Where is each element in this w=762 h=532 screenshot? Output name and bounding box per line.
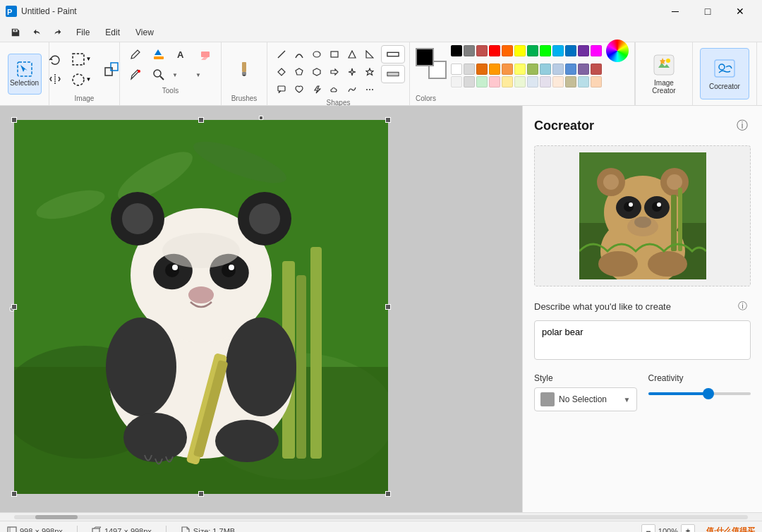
fg-color-box[interactable] xyxy=(416,48,434,66)
color-green[interactable] xyxy=(540,45,551,56)
zoom-out-button[interactable]: − xyxy=(641,524,655,533)
style-dropdown[interactable]: No Selection ▼ xyxy=(534,387,637,411)
fill-picker[interactable] xyxy=(381,65,405,83)
curve-tool[interactable] xyxy=(289,45,309,64)
describe-info-button[interactable]: ⓘ xyxy=(734,298,751,315)
scrollbar-thumb[interactable] xyxy=(35,515,78,519)
select-dropdown-button[interactable]: ▼ xyxy=(68,49,96,69)
color-lightblue[interactable] xyxy=(552,45,564,56)
color-steelblue[interactable] xyxy=(565,64,576,75)
color-tan[interactable] xyxy=(565,76,576,87)
hex-tool[interactable] xyxy=(307,63,327,81)
fill-dropdown[interactable]: ▼ xyxy=(171,66,179,84)
callout-tool[interactable] xyxy=(272,80,291,99)
color-blue[interactable] xyxy=(565,45,576,56)
menu-view[interactable]: View xyxy=(128,25,161,40)
minimize-button[interactable]: ─ xyxy=(659,0,691,23)
color-paleblue[interactable] xyxy=(552,64,564,75)
menu-edit[interactable]: Edit xyxy=(98,25,127,40)
image-select-button[interactable]: ▼ xyxy=(68,70,96,90)
color-burnt[interactable] xyxy=(476,64,488,75)
color-magenta[interactable] xyxy=(591,45,602,56)
rotate-button[interactable] xyxy=(44,51,66,69)
line-tool[interactable] xyxy=(272,45,291,64)
resize-handle-topleft[interactable] xyxy=(11,117,17,123)
color-peach[interactable] xyxy=(502,64,513,75)
color-lavender[interactable] xyxy=(578,64,589,75)
color-gray[interactable] xyxy=(464,45,475,56)
lightning-tool[interactable] xyxy=(307,80,327,99)
more-shapes[interactable] xyxy=(360,80,380,99)
color-lightmint[interactable] xyxy=(514,76,526,87)
select-tool-dropdown[interactable]: ▼ xyxy=(194,66,202,84)
resize-handle-bottomleft[interactable] xyxy=(11,491,17,497)
color-darkred[interactable] xyxy=(476,45,488,56)
color-pink[interactable] xyxy=(489,76,500,87)
close-button[interactable]: ✕ xyxy=(724,0,756,23)
pencil-tool[interactable] xyxy=(124,45,147,64)
menu-file[interactable]: File xyxy=(69,25,97,40)
color-amber[interactable] xyxy=(489,64,500,75)
color-red[interactable] xyxy=(489,45,500,56)
curve2-tool[interactable] xyxy=(342,80,362,99)
color-orange[interactable] xyxy=(502,45,513,56)
right-tri-tool[interactable] xyxy=(360,45,380,64)
save-button[interactable] xyxy=(6,24,25,41)
color-black[interactable] xyxy=(451,45,462,56)
color-lime[interactable] xyxy=(527,64,538,75)
horizontal-scrollbar[interactable] xyxy=(0,512,762,521)
selection-tool-button[interactable]: Selection xyxy=(8,54,42,95)
resize-handle-left2[interactable] xyxy=(11,304,17,310)
arrow-tool[interactable] xyxy=(325,63,344,81)
zoom-in-button[interactable]: + xyxy=(681,524,695,533)
color-lightcyan[interactable] xyxy=(578,76,589,87)
redo-button[interactable] xyxy=(48,24,68,41)
creativity-slider[interactable] xyxy=(648,392,751,395)
color-silver[interactable] xyxy=(464,76,475,87)
image-creator-button[interactable]: Image Creator xyxy=(643,48,685,99)
resize-handle-top2[interactable] xyxy=(198,117,204,123)
rect-tool[interactable] xyxy=(325,45,344,64)
diamond-tool[interactable] xyxy=(272,63,291,81)
color-yellow[interactable] xyxy=(514,45,526,56)
eraser-tool[interactable] xyxy=(194,45,217,64)
undo-button[interactable] xyxy=(27,24,47,41)
oval-tool[interactable] xyxy=(307,45,327,64)
star4-tool[interactable] xyxy=(342,63,362,81)
cocreator-button[interactable]: Cocreator xyxy=(700,48,749,99)
cloud-tool[interactable] xyxy=(325,80,344,99)
color-lightorange[interactable] xyxy=(552,76,564,87)
color-lightyellow[interactable] xyxy=(514,64,526,75)
color-nearwhite[interactable] xyxy=(451,76,462,87)
canvas-area[interactable] xyxy=(0,106,522,512)
outline-picker[interactable] xyxy=(381,45,405,64)
resize-handle-bottom2[interactable] xyxy=(198,491,204,497)
resize-handle-topright[interactable] xyxy=(385,117,391,123)
color-peachlight[interactable] xyxy=(591,76,602,87)
describe-textarea[interactable]: polar bear xyxy=(534,320,751,360)
color-darkgreen[interactable] xyxy=(527,45,538,56)
magnifier-tool[interactable] xyxy=(147,66,170,84)
text-tool[interactable]: A xyxy=(171,45,193,64)
color-cream[interactable] xyxy=(502,76,513,87)
color-sky[interactable] xyxy=(540,64,551,75)
resize-handle-right2[interactable] xyxy=(385,304,391,310)
color-rose[interactable] xyxy=(591,64,602,75)
star5-tool[interactable] xyxy=(360,63,380,81)
cocreator-info-button[interactable]: ⓘ xyxy=(734,117,751,134)
resize-handle-bottomright[interactable] xyxy=(385,491,391,497)
color-white[interactable] xyxy=(451,64,462,75)
triangle-tool[interactable] xyxy=(342,45,362,64)
color-picker-tool[interactable] xyxy=(124,66,147,84)
heart-tool[interactable] xyxy=(289,80,309,99)
color-palepurple[interactable] xyxy=(540,76,551,87)
canvas-image[interactable] xyxy=(14,120,388,494)
color-lightgray[interactable] xyxy=(464,64,475,75)
pentagon-tool[interactable] xyxy=(289,63,309,81)
color-purple[interactable] xyxy=(578,45,589,56)
flip-button[interactable] xyxy=(44,70,66,88)
maximize-button[interactable]: □ xyxy=(691,0,724,23)
fill-tool[interactable] xyxy=(147,45,170,64)
color-wheel[interactable] xyxy=(606,40,629,62)
color-mint[interactable] xyxy=(476,76,488,87)
